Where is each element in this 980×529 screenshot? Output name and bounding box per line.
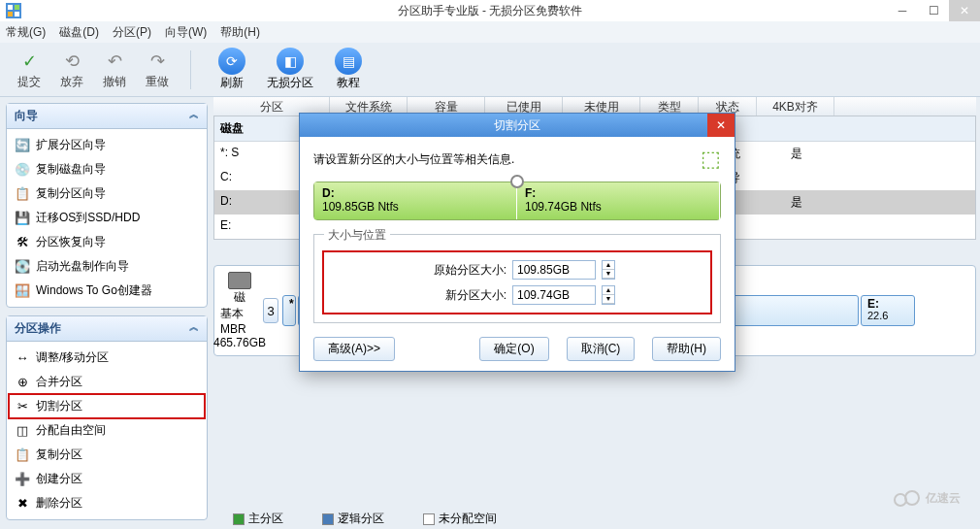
partition-icon: ◧ xyxy=(277,48,304,75)
split-slider[interactable] xyxy=(510,175,524,188)
refresh-icon: ⟳ xyxy=(218,48,245,75)
disk-part[interactable]: E:22.6 xyxy=(861,295,915,326)
op-icon: ⊕ xyxy=(15,375,30,390)
redo-icon: ↷ xyxy=(145,49,170,74)
refresh-button[interactable]: ⟳刷新 xyxy=(203,48,261,91)
menu-help[interactable]: 帮助(H) xyxy=(220,24,260,41)
new-size-spinner[interactable]: ▲▼ xyxy=(602,285,615,305)
wizard-icon: 💾 xyxy=(15,211,30,226)
op-icon: ↔ xyxy=(15,350,30,366)
wizard-label: 分区恢复向导 xyxy=(36,234,106,250)
dialog-title-bar: 切割分区 ✕ xyxy=(300,114,735,137)
disk-number: 3 xyxy=(263,298,278,323)
wizard-item[interactable]: 📋复制分区向导 xyxy=(9,182,205,206)
lossless-button[interactable]: ◧无损分区 xyxy=(261,48,319,91)
partition-left: D:109.85GB Ntfs xyxy=(314,182,517,219)
check-icon: ✓ xyxy=(16,49,42,74)
svg-rect-4 xyxy=(15,12,19,17)
toolbar: ✓提交 ⟲放弃 ↶撤销 ↷重做 ⟳刷新 ◧无损分区 ▤教程 xyxy=(0,43,980,97)
svg-rect-1 xyxy=(8,5,13,10)
discard-icon: ⟲ xyxy=(59,49,84,74)
book-icon: ▤ xyxy=(335,48,362,75)
tutorial-button[interactable]: ▤教程 xyxy=(319,48,377,91)
op-label: 删除分区 xyxy=(36,495,82,512)
wizard-panel: 向导︽ 🔄扩展分区向导💿复制磁盘向导📋复制分区向导💾迁移OS到SSD/HDD🛠分… xyxy=(6,103,208,308)
wizard-icon: 🔄 xyxy=(15,138,30,153)
op-item[interactable]: ⊕合并分区 xyxy=(9,370,205,394)
wizard-item[interactable]: 🔄扩展分区向导 xyxy=(9,133,205,157)
svg-rect-3 xyxy=(8,12,13,17)
op-item[interactable]: ➕创建分区 xyxy=(9,467,205,491)
op-icon: ✂ xyxy=(15,399,30,414)
legend-unalloc: 未分配空间 xyxy=(423,511,497,527)
menu-partition[interactable]: 分区(P) xyxy=(113,24,151,41)
commit-button[interactable]: ✓提交 xyxy=(8,49,50,90)
wizard-icon: 🪟 xyxy=(15,283,30,299)
col-header[interactable]: 4KB对齐 xyxy=(757,97,834,116)
op-item[interactable]: ✖删除分区 xyxy=(9,491,205,515)
minimize-button[interactable]: ─ xyxy=(887,0,918,21)
advanced-button[interactable]: 高级(A)>> xyxy=(313,337,395,361)
wizard-label: 复制磁盘向导 xyxy=(36,161,106,178)
disk-icon: 磁 基本 MBR 465.76GB xyxy=(220,272,259,349)
legend-logical: 逻辑分区 xyxy=(322,511,384,527)
wizard-item[interactable]: 🪟Windows To Go创建器 xyxy=(9,279,205,303)
op-label: 合并分区 xyxy=(36,374,82,390)
highlighted-form: 原始分区大小: ▲▼ 新分区大小: ▲▼ xyxy=(324,252,710,313)
orig-size-spinner[interactable]: ▲▼ xyxy=(602,260,615,280)
close-button[interactable]: ✕ xyxy=(949,0,980,21)
op-item[interactable]: ◫分配自由空间 xyxy=(9,418,205,443)
app-icon xyxy=(6,3,21,18)
partition-right: F:109.74GB Ntfs xyxy=(517,182,720,219)
partition-bar[interactable]: D:109.85GB Ntfs F:109.74GB Ntfs xyxy=(313,182,721,220)
op-label: 创建分区 xyxy=(36,471,82,487)
op-label: 调整/移动分区 xyxy=(36,349,109,366)
menu-bar: 常规(G) 磁盘(D) 分区(P) 向导(W) 帮助(H) xyxy=(0,21,980,43)
op-icon: 📋 xyxy=(15,447,30,463)
undo-button[interactable]: ↶撤销 xyxy=(93,49,136,90)
collapse-icon[interactable]: ︽ xyxy=(189,108,199,124)
wizard-icon: 💿 xyxy=(15,162,30,178)
orig-size-label: 原始分区大小: xyxy=(419,262,506,279)
op-item[interactable]: ↔调整/移动分区 xyxy=(9,346,205,370)
wizard-item[interactable]: 💾迁移OS到SSD/HDD xyxy=(9,206,205,230)
wizard-item[interactable]: 💽启动光盘制作向导 xyxy=(9,254,205,279)
menu-disk[interactable]: 磁盘(D) xyxy=(59,24,99,41)
help-button[interactable]: 帮助(H) xyxy=(652,337,721,361)
dialog-title: 切割分区 xyxy=(494,117,540,134)
menu-general[interactable]: 常规(G) xyxy=(6,24,46,41)
menu-wizard[interactable]: 向导(W) xyxy=(165,24,207,41)
wizard-label: 启动光盘制作向导 xyxy=(36,258,129,275)
legend: 主分区 逻辑分区 未分配空间 xyxy=(233,511,497,527)
op-label: 切割分区 xyxy=(36,398,82,414)
orig-size-input[interactable] xyxy=(512,260,596,280)
discard-button[interactable]: ⟲放弃 xyxy=(50,49,93,90)
wizard-title: 向导 xyxy=(15,108,38,124)
op-label: 分配自由空间 xyxy=(36,422,106,439)
partition-icon: ⬚ xyxy=(701,147,721,172)
op-item[interactable]: 📋复制分区 xyxy=(9,443,205,467)
op-label: 复制分区 xyxy=(36,446,82,463)
new-size-input[interactable] xyxy=(512,285,596,305)
wizard-item[interactable]: 🛠分区恢复向导 xyxy=(9,230,205,254)
maximize-button[interactable]: ☐ xyxy=(918,0,949,21)
ops-title: 分区操作 xyxy=(15,320,61,337)
redo-button[interactable]: ↷重做 xyxy=(136,49,179,90)
op-icon: ➕ xyxy=(15,472,30,487)
op-item[interactable]: ✂切割分区 xyxy=(9,394,205,418)
wizard-icon: 🛠 xyxy=(15,235,30,250)
dialog-hint: 请设置新分区的大小与位置等相关信息. xyxy=(313,151,514,168)
ok-button[interactable]: 确定(O) xyxy=(479,337,548,361)
new-size-label: 新分区大小: xyxy=(419,287,506,304)
undo-icon: ↶ xyxy=(102,49,127,74)
cancel-button[interactable]: 取消(C) xyxy=(567,337,636,361)
collapse-icon[interactable]: ︽ xyxy=(189,320,199,337)
disk-part[interactable]: * xyxy=(282,295,296,326)
dialog-close-button[interactable]: ✕ xyxy=(707,114,735,137)
wizard-label: Windows To Go创建器 xyxy=(36,282,152,299)
svg-rect-2 xyxy=(15,5,19,10)
watermark: 亿速云 xyxy=(893,488,961,508)
op-icon: ✖ xyxy=(15,496,30,512)
wizard-label: 扩展分区向导 xyxy=(36,137,106,153)
wizard-item[interactable]: 💿复制磁盘向导 xyxy=(9,157,205,182)
